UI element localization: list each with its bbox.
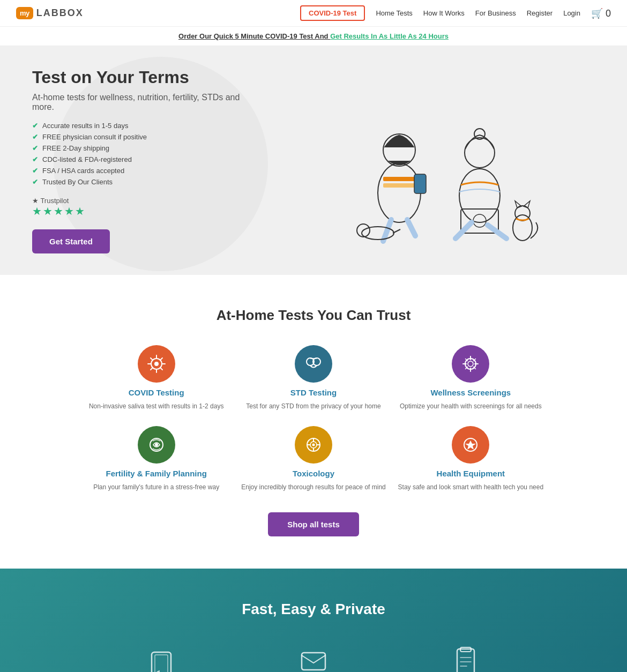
nav-login[interactable]: Login <box>563 9 580 17</box>
covid19-test-button[interactable]: COVID-19 Test <box>300 5 365 21</box>
test-card-std[interactable]: STD Testing Test for any STD from the pr… <box>240 345 386 410</box>
feature-2: ✔ FREE physician consult if positive <box>32 133 257 141</box>
wellness-icon <box>461 354 480 374</box>
feature-6: ✔ Trusted By Our Clients <box>32 178 257 186</box>
svg-line-16 <box>488 225 506 238</box>
step-2: STEP 2: Collect & mail in your sample in… <box>255 645 372 672</box>
svg-line-28 <box>160 368 162 370</box>
navbar: my LABBOX COVID-19 Test Home Tests How I… <box>0 0 627 27</box>
test-card-health-equipment[interactable]: Health Equipment Stay safe and look smar… <box>398 426 544 491</box>
std-icon <box>304 354 323 374</box>
tests-section-title: At-Home Tests You Can Trust <box>21 307 606 324</box>
hero-section: Test on Your Terms At-home tests for wel… <box>0 46 627 275</box>
nav-how-it-works[interactable]: How It Works <box>423 9 465 17</box>
step-3: STEP 3: Get lab-certified results online… <box>407 645 525 672</box>
trustpilot-label: ★ Trustpilot <box>32 197 69 205</box>
health-equipment-icon-wrap <box>452 426 489 464</box>
tests-section: At-Home Tests You Can Trust COVID Test <box>0 275 627 569</box>
svg-point-7 <box>362 227 394 240</box>
test-card-toxicology[interactable]: Toxicology Enjoy incredibly thorough res… <box>240 426 386 491</box>
svg-rect-6 <box>414 174 426 193</box>
hero-illustration-svg <box>314 86 539 247</box>
fertility-test-desc: Plan your family's future in a stress-fr… <box>93 483 219 491</box>
svg-point-35 <box>468 361 473 367</box>
covid-test-desc: Non-invasive saliva test with results in… <box>89 402 223 410</box>
std-icon-wrap <box>295 345 332 383</box>
health-equipment-icon <box>461 435 480 454</box>
wellness-test-desc: Optimize your health with screenings for… <box>400 402 542 410</box>
fertility-icon <box>147 435 166 454</box>
shop-all-tests-button[interactable]: Shop all tests <box>268 512 359 536</box>
logo[interactable]: my LABBOX <box>16 7 84 19</box>
svg-rect-55 <box>155 655 168 672</box>
svg-line-5 <box>407 220 415 236</box>
svg-point-26 <box>154 362 159 366</box>
hero-subtitle: At-home tests for wellness, nutrition, f… <box>32 93 257 112</box>
svg-line-15 <box>456 222 472 238</box>
steps-section: Fast, Easy & Private STEP 1: Order onlin… <box>0 569 627 672</box>
toxicology-icon <box>304 435 323 454</box>
svg-point-45 <box>155 443 158 446</box>
hero-content: Test on Your Terms At-home tests for wel… <box>32 68 257 253</box>
health-equipment-test-desc: Stay safe and look smart with health tec… <box>398 483 544 491</box>
std-test-desc: Test for any STD from the privacy of you… <box>246 402 380 410</box>
covid-test-name: COVID Testing <box>129 388 184 397</box>
svg-point-0 <box>378 163 421 222</box>
svg-point-52 <box>312 444 315 446</box>
step3-icon <box>450 645 482 672</box>
feature-4: ✔ CDC-listed & FDA-registered <box>32 155 257 163</box>
logo-text: LABBOX <box>36 8 84 19</box>
toxicology-test-desc: Enjoy incredibly thorough results for pe… <box>241 483 385 491</box>
trustpilot-stars: ★★★★★ <box>32 205 86 218</box>
step1-icon <box>145 649 177 672</box>
nav-for-business[interactable]: For Business <box>475 9 516 17</box>
feature-3: ✔ FREE 2-Day shipping <box>32 144 257 152</box>
banner-cta[interactable]: Get Results In As Little As 24 Hours <box>330 32 449 40</box>
test-card-covid[interactable]: COVID Testing Non-invasive saliva test w… <box>83 345 229 410</box>
fertility-test-name: Fertility & Family Planning <box>106 469 206 478</box>
step-1: STEP 1: Order online on your mobile, tab… <box>102 649 220 672</box>
logo-badge: my <box>16 7 33 19</box>
covid-icon-wrap <box>138 345 175 383</box>
hero-features-list: ✔ Accurate results in 1-5 days ✔ FREE ph… <box>32 122 257 186</box>
nav-links: COVID-19 Test Home Tests How It Works Fo… <box>300 5 611 21</box>
banner-text: Order Our Quick 5 Minute COVID-19 Test A… <box>178 32 330 40</box>
toxicology-test-name: Toxicology <box>293 469 334 478</box>
wellness-icon-wrap <box>452 345 489 383</box>
svg-line-9 <box>393 229 400 233</box>
nav-register[interactable]: Register <box>527 9 553 17</box>
test-card-wellness[interactable]: Wellness Screenings Optimize your health… <box>398 345 544 410</box>
svg-point-17 <box>513 215 532 241</box>
svg-line-27 <box>151 358 153 360</box>
nav-home-tests[interactable]: Home Tests <box>376 9 412 17</box>
steps-row: STEP 1: Order online on your mobile, tab… <box>21 645 606 672</box>
svg-rect-57 <box>302 653 325 670</box>
step2-icon <box>297 645 330 672</box>
svg-rect-58 <box>457 649 474 672</box>
svg-rect-3 <box>383 183 415 188</box>
feature-5: ✔ FSA / HSA cards accepted <box>32 167 257 175</box>
hero-title: Test on Your Terms <box>32 68 257 87</box>
toxicology-icon-wrap <box>295 426 332 464</box>
svg-point-14 <box>473 214 486 227</box>
svg-line-29 <box>160 358 162 360</box>
health-equipment-test-name: Health Equipment <box>437 469 505 478</box>
svg-rect-2 <box>383 177 415 181</box>
step2-arrow: → <box>383 670 396 673</box>
step1-arrow: → <box>231 670 244 673</box>
std-test-name: STD Testing <box>290 388 337 397</box>
tests-grid: COVID Testing Non-invasive saliva test w… <box>83 345 544 491</box>
fertility-icon-wrap <box>138 426 175 464</box>
steps-section-title: Fast, Easy & Private <box>21 601 606 618</box>
test-card-fertility[interactable]: Fertility & Family Planning Plan your fa… <box>83 426 229 491</box>
feature-1: ✔ Accurate results in 1-5 days <box>32 122 257 130</box>
svg-line-30 <box>151 368 153 370</box>
cart-icon[interactable]: 🛒 0 <box>591 8 611 19</box>
wellness-test-name: Wellness Screenings <box>430 388 511 397</box>
hero-illustration-container <box>257 75 595 247</box>
promo-banner: Order Our Quick 5 Minute COVID-19 Test A… <box>0 27 627 46</box>
covid-icon <box>147 354 166 374</box>
get-started-button[interactable]: Get Started <box>32 229 110 253</box>
trustpilot-badge: ★ Trustpilot ★★★★★ <box>32 197 257 218</box>
